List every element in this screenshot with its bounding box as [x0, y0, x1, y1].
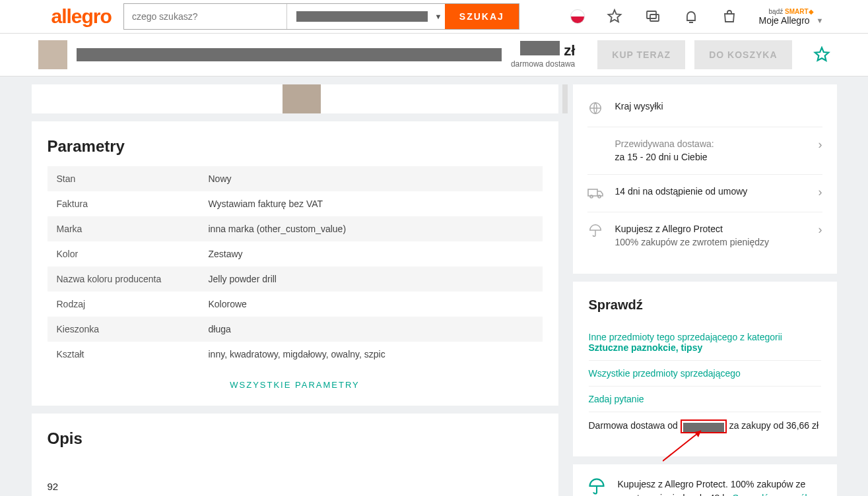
parameters-table: StanNowyFakturaWystawiam fakturę bez VAT…: [48, 166, 543, 367]
delivery-value: za 15 - 20 dni u Ciebie: [615, 151, 807, 164]
protect-sub: 100% zakupów ze zwrotem pieniędzy: [615, 236, 807, 249]
svg-rect-3: [588, 189, 597, 196]
parameter-value: Wystawiam fakturę bez VAT: [199, 191, 543, 216]
search-category-dropdown[interactable]: ▼: [286, 4, 445, 29]
redacted-bar: [296, 11, 428, 22]
chevron-down-icon: ▼: [432, 13, 445, 20]
parameter-value: inny, kwadratowy, migdałowy, owalny, szp…: [199, 342, 543, 367]
star-icon[interactable]: [606, 8, 623, 25]
parameter-value: długa: [199, 317, 543, 342]
allegro-protect-row[interactable]: Kupujesz z Allegro Protect 100% zakupów …: [587, 212, 822, 259]
parameter-key: Kształt: [48, 342, 199, 367]
smart-badge: bądź SMART◆: [769, 8, 814, 15]
bell-icon[interactable]: [683, 8, 700, 25]
ask-question-link[interactable]: Zadaj pytanie: [589, 387, 821, 412]
protect-label: Kupujesz z Allegro Protect: [615, 223, 807, 236]
parameter-row: Kształtinny, kwadratowy, migdałowy, owal…: [48, 342, 543, 367]
product-thumbnail: [38, 40, 67, 69]
truck-icon: [587, 185, 603, 201]
parameter-row: Nazwa koloru producentaJelly powder dril…: [48, 266, 543, 292]
image-preview-bar: [32, 84, 558, 113]
country-flag-icon[interactable]: [570, 9, 585, 24]
delivery-label: Przewidywana dostawa:: [615, 138, 807, 151]
all-parameters-link[interactable]: WSZYSTKIE PARAMETRY: [48, 367, 543, 390]
return-policy-label: 14 dni na odstąpienie od umowy: [615, 185, 807, 199]
protect-box: Kupujesz z Allegro Protect. 100% zakupów…: [573, 464, 837, 496]
parameter-value[interactable]: inna marka (other_custom_value): [199, 216, 543, 241]
search-button[interactable]: SZUKAJ: [445, 4, 519, 29]
price-block: zł darmowa dostawa: [511, 41, 575, 69]
return-policy-row[interactable]: 14 dni na odstąpienie od umowy ›: [587, 175, 822, 212]
free-shipping-info: Darmowa dostawa od za zakupy od 36,66 zł: [589, 412, 821, 440]
annotation-arrow: [663, 428, 709, 462]
parameter-row: Markainna marka (other_custom_value): [48, 216, 543, 241]
svg-point-5: [598, 195, 601, 198]
umbrella-icon: [587, 223, 603, 239]
price-redacted: [520, 41, 560, 55]
chevron-right-icon: ›: [818, 223, 822, 237]
delivery-time-row[interactable]: Przewidywana dostawa: za 15 - 20 dni u C…: [587, 127, 822, 175]
chevron-right-icon: ›: [818, 185, 822, 199]
parameter-value: Zestawy: [199, 241, 543, 266]
product-title-redacted: [77, 48, 502, 61]
svg-rect-1: [650, 15, 659, 21]
description-body: 92: [48, 481, 543, 492]
other-items-link[interactable]: Inne przedmioty tego sprzedającego z kat…: [589, 325, 821, 361]
parameter-key: Kolor: [48, 241, 199, 266]
description-section: Opis 92: [32, 414, 558, 496]
redacted-highlight: [681, 419, 727, 433]
parameter-key: Marka: [48, 216, 199, 241]
parameter-key: Kieszonka: [48, 317, 199, 342]
umbrella-icon: [587, 478, 606, 496]
parameter-key: Rodzaj: [48, 292, 199, 317]
chevron-right-icon: ›: [818, 138, 822, 152]
shipping-country-label: Kraj wysyłki: [615, 100, 822, 113]
parameter-row: FakturaWystawiam fakturę bez VAT: [48, 191, 543, 216]
chevron-down-icon: ▼: [817, 16, 824, 24]
parameter-value[interactable]: Kolorowe: [199, 292, 543, 317]
chat-icon[interactable]: [644, 8, 661, 25]
globe-icon: [587, 100, 603, 116]
logo[interactable]: allegro: [12, 5, 112, 28]
svg-line-6: [663, 431, 701, 461]
parameter-row: RodzajKolorowe: [48, 292, 543, 317]
add-to-cart-button[interactable]: DO KOSZYKA: [694, 40, 791, 69]
image-thumbnail[interactable]: [283, 84, 321, 113]
description-title: Opis: [48, 429, 543, 448]
shipping-info-card: Kraj wysyłki Przewidywana dostawa: za 15…: [573, 84, 837, 274]
free-shipping-label: darmowa dostawa: [511, 59, 575, 69]
scrollbar[interactable]: [562, 84, 568, 113]
search-input[interactable]: [124, 4, 286, 29]
check-section: Sprawdź Inne przedmioty tego sprzedające…: [573, 282, 837, 456]
parameter-value: Jelly powder drill: [199, 266, 543, 292]
account-menu[interactable]: bądź SMART◆ Moje Allegro▼: [759, 8, 824, 26]
svg-point-4: [590, 195, 593, 198]
currency: zł: [564, 42, 575, 59]
buy-now-button[interactable]: KUP TERAZ: [597, 40, 685, 69]
parameters-section: Parametry StanNowyFakturaWystawiam faktu…: [32, 121, 558, 406]
parameter-row: KolorZestawy: [48, 241, 543, 266]
shipping-country-row[interactable]: Kraj wysyłki: [587, 90, 822, 127]
check-title: Sprawdź: [589, 297, 821, 313]
bag-icon[interactable]: [721, 8, 738, 25]
parameter-key: Stan: [48, 166, 199, 191]
parameter-key: Nazwa koloru producenta: [48, 266, 199, 292]
parameter-value: Nowy: [199, 166, 543, 191]
parameter-row: StanNowy: [48, 166, 543, 191]
favorite-star-icon[interactable]: [813, 46, 830, 63]
protect-details-link[interactable]: Sprawdź szczegóły: [733, 493, 812, 496]
parameter-row: Kieszonkadługa: [48, 317, 543, 342]
account-label: Moje Allegro: [759, 15, 810, 26]
parameter-key: Faktura: [48, 191, 199, 216]
all-seller-items-link[interactable]: Wszystkie przedmioty sprzedającego: [589, 361, 821, 387]
search-bar: ▼ SZUKAJ: [123, 3, 519, 30]
parameters-title: Parametry: [48, 137, 543, 156]
